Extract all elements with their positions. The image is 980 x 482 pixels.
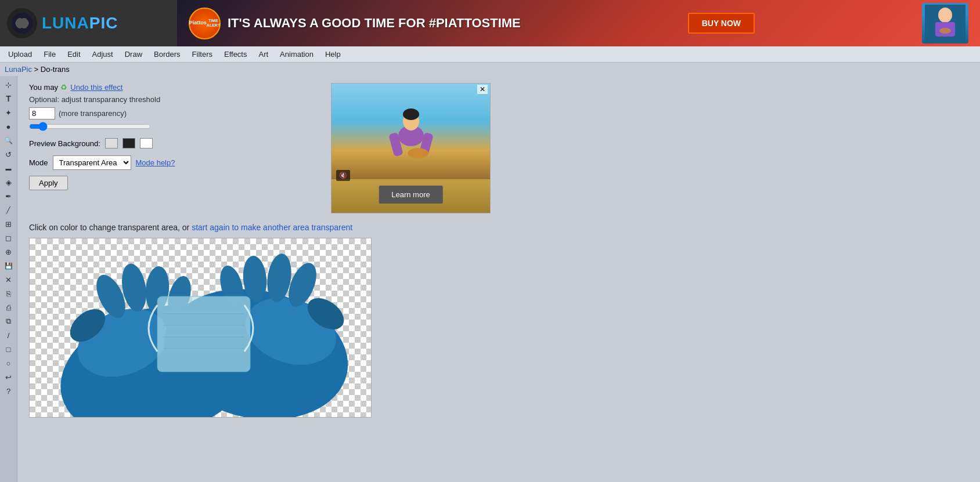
mode-label: Mode xyxy=(29,158,48,167)
nav-upload[interactable]: Upload xyxy=(2,48,38,61)
nav-effects[interactable]: Effects xyxy=(218,48,253,61)
threshold-input[interactable] xyxy=(29,107,55,119)
erase-tool[interactable]: ◻ xyxy=(2,231,16,244)
svg-point-2 xyxy=(938,8,952,23)
ad-person-image xyxy=(922,3,968,44)
brush-tool[interactable]: ╱ xyxy=(2,204,16,216)
ad-main-text: IT'S ALWAYS A GOOD TIME FOR #PIATTOSTIME xyxy=(228,16,521,31)
bg-swatch-light[interactable] xyxy=(105,138,118,148)
side-ad-mute-button[interactable]: 🔇 xyxy=(336,170,350,181)
svg-point-7 xyxy=(403,108,419,120)
line-tool[interactable]: / xyxy=(2,329,16,342)
bg-swatch-dark[interactable] xyxy=(123,138,135,148)
folder-tool[interactable]: ⊞ xyxy=(2,218,16,230)
logo-icon xyxy=(7,8,37,38)
ad-buy-button[interactable]: BUY NOW xyxy=(688,13,755,34)
preview-bg-label: Preview Background: xyxy=(29,139,100,148)
undo-line: You may ♻ Undo this effect xyxy=(29,83,319,92)
fill-tool[interactable]: ◈ xyxy=(2,176,16,189)
instruction-line: Click on color to change transparent are… xyxy=(29,223,352,232)
nav-file[interactable]: File xyxy=(38,48,62,61)
nav-borders[interactable]: Borders xyxy=(148,48,186,61)
side-ad-container: ✕ 🔇 Learn more xyxy=(331,83,493,213)
nav-bar: Upload File Edit Adjust Draw Borders Fil… xyxy=(0,46,980,63)
bg-swatch-white[interactable] xyxy=(140,138,153,148)
nav-edit[interactable]: Edit xyxy=(62,48,86,61)
header: LUNAPIC PiattosTIME ALERT IT'S ALWAYS A … xyxy=(0,0,980,46)
optional-label: Optional: adjust transparancy threshold xyxy=(29,95,319,104)
svg-point-4 xyxy=(939,28,951,34)
nav-art[interactable]: Art xyxy=(253,48,274,61)
nav-draw[interactable]: Draw xyxy=(119,48,148,61)
threshold-slider[interactable] xyxy=(29,122,151,131)
copy-tool[interactable]: ⎘ xyxy=(2,287,16,300)
image-preview[interactable] xyxy=(29,238,372,418)
side-ad: ✕ 🔇 Learn more xyxy=(331,83,491,213)
breadcrumb-current: Do-trans xyxy=(41,65,70,74)
mode-help-link[interactable]: Mode help? xyxy=(136,158,175,167)
undo-effect-link[interactable]: Undo this effect xyxy=(70,83,123,92)
logo-area: LUNAPIC xyxy=(0,0,177,46)
controls-left: You may ♻ Undo this effect Optional: adj… xyxy=(29,83,319,213)
ad-logo: PiattosTIME ALERT xyxy=(189,8,221,39)
side-ad-learn-more-button[interactable]: Learn more xyxy=(379,186,442,204)
breadcrumb: LunaPic > Do-trans xyxy=(0,63,980,76)
start-again-link[interactable]: start again to make another area transpa… xyxy=(192,223,352,232)
nav-help[interactable]: Help xyxy=(319,48,347,61)
mode-row: Mode Transparent Area Keep Area Smart Er… xyxy=(29,155,319,170)
help-tool[interactable]: ? xyxy=(2,385,16,397)
logo-text: LUNAPIC xyxy=(42,14,118,32)
instruction-text: Click on color to change transparent are… xyxy=(29,223,192,232)
stamp-tool[interactable]: ⊕ xyxy=(2,245,16,258)
side-ad-close-button[interactable]: ✕ xyxy=(477,85,488,94)
rect-tool[interactable]: □ xyxy=(2,343,16,356)
undo-icon: ♻ xyxy=(60,83,67,92)
text-tool[interactable]: T xyxy=(2,92,16,105)
nav-filters[interactable]: Filters xyxy=(186,48,218,61)
threshold-more-label: (more transparency) xyxy=(59,109,127,118)
controls-panel: You may ♻ Undo this effect Optional: adj… xyxy=(29,83,968,213)
threshold-row: (more transparency) xyxy=(29,107,319,119)
save-tool[interactable]: 💾 xyxy=(2,259,16,272)
ellipse-tool[interactable]: ○ xyxy=(2,357,16,369)
nav-adjust[interactable]: Adjust xyxy=(87,48,119,61)
apply-row: Apply xyxy=(29,176,319,190)
undo-prefix: You may xyxy=(29,83,60,92)
ad-banner: PiattosTIME ALERT IT'S ALWAYS A GOOD TIM… xyxy=(177,0,980,46)
preview-bg-row: Preview Background: xyxy=(29,138,319,148)
threshold-slider-row xyxy=(29,122,319,131)
gradient-tool[interactable]: ▬ xyxy=(2,162,16,175)
main-layout: ⊹ T ✦ ● 🔍 ↺ ▬ ◈ ✒ ╱ ⊞ ◻ ⊕ 💾 ✕ ⎘ ⎙ ⧉ / □ … xyxy=(0,76,980,482)
breadcrumb-home-link[interactable]: LunaPic xyxy=(5,65,32,74)
svg-point-10 xyxy=(408,148,428,158)
eyedropper-tool[interactable]: ✒ xyxy=(2,190,16,202)
paint-tool[interactable]: ● xyxy=(2,120,16,133)
apply-button[interactable]: Apply xyxy=(29,176,68,190)
content-area: You may ♻ Undo this effect Optional: adj… xyxy=(17,76,980,482)
undo-tool[interactable]: ↩ xyxy=(2,371,16,383)
breadcrumb-separator: > xyxy=(34,65,41,74)
magic-wand-tool[interactable]: ✦ xyxy=(2,106,16,119)
rotate-tool[interactable]: ↺ xyxy=(2,148,16,161)
svg-rect-25 xyxy=(157,296,250,372)
gloves-svg xyxy=(30,238,371,417)
nav-animation[interactable]: Animation xyxy=(274,48,319,61)
effect-tool[interactable]: ⧉ xyxy=(2,315,16,328)
mode-select[interactable]: Transparent Area Keep Area Smart Erase xyxy=(53,155,131,170)
zoom-tool[interactable]: 🔍 xyxy=(2,134,16,147)
print-tool[interactable]: ⎙ xyxy=(2,301,16,314)
close-tool[interactable]: ✕ xyxy=(2,273,16,286)
select-tool[interactable]: ⊹ xyxy=(2,78,16,91)
left-toolbar: ⊹ T ✦ ● 🔍 ↺ ▬ ◈ ✒ ╱ ⊞ ◻ ⊕ 💾 ✕ ⎘ ⎙ ⧉ / □ … xyxy=(0,76,17,482)
gloves-canvas xyxy=(30,238,371,417)
